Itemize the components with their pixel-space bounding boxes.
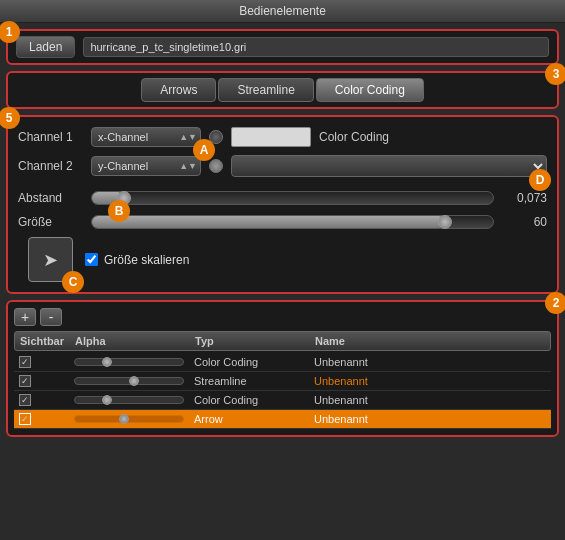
channel1-select-wrapper: x-Channel y-Channel ▲▼ A (91, 127, 201, 147)
row2-name: Unbenannt (314, 375, 546, 387)
label-b: B (108, 200, 130, 222)
color-coding-label: Color Coding (319, 130, 389, 144)
channel2-row: Channel 2 y-Channel x-Channel ▲▼ D (18, 155, 547, 177)
section-controls: 5 Channel 1 x-Channel y-Channel ▲▼ A Col… (6, 115, 559, 294)
row3-name: Unbenannt (314, 394, 546, 406)
section-tabs: 3 Arrows Streamline Color Coding (6, 71, 559, 109)
row2-checkbox[interactable]: ✓ (19, 375, 31, 387)
section-load: 1 Laden (6, 29, 559, 65)
row3-alpha-cell (74, 396, 194, 404)
label-d: D (529, 169, 551, 191)
row2-alpha-slider[interactable] (74, 377, 184, 385)
label-a: A (193, 139, 215, 161)
channel1-label: Channel 1 (18, 130, 83, 144)
row1-name: Unbenannt (314, 356, 546, 368)
channel2-dropdown[interactable] (231, 155, 547, 177)
th-name: Name (315, 335, 545, 347)
groesse-row: Größe 60 (18, 215, 547, 229)
channel2-select-wrapper: y-Channel x-Channel ▲▼ (91, 156, 201, 176)
row1-alpha-slider[interactable] (74, 358, 184, 366)
badge-2: 2 (545, 292, 565, 314)
row1-alpha-thumb[interactable] (102, 357, 112, 367)
abstand-row: Abstand B 0,073 (18, 191, 547, 205)
row4-alpha-cell (74, 415, 194, 423)
groesse-label: Größe (18, 215, 83, 229)
abstand-slider[interactable]: B (91, 191, 494, 205)
table-row[interactable]: ✓ Arrow Unbenannt (14, 410, 551, 429)
groesse-thumb[interactable] (438, 215, 452, 229)
th-typ: Typ (195, 335, 315, 347)
row1-alpha-cell (74, 358, 194, 366)
groesse-slider[interactable] (91, 215, 494, 229)
table-header: Sichtbar Alpha Typ Name (14, 331, 551, 351)
channel2-dot[interactable] (209, 159, 223, 173)
row4-typ: Arrow (194, 413, 314, 425)
table-row: ✓ Color Coding Unbenannt (14, 391, 551, 410)
table-row: ✓ Streamline Unbenannt (14, 372, 551, 391)
row1-typ: Color Coding (194, 356, 314, 368)
load-button[interactable]: Laden (16, 36, 75, 58)
row3-alpha-slider[interactable] (74, 396, 184, 404)
groesse-skalieren-checkbox[interactable] (85, 253, 98, 266)
table-toolbar: + - (14, 308, 551, 326)
row2-alpha-thumb[interactable] (129, 376, 139, 386)
tab-streamline[interactable]: Streamline (218, 78, 313, 102)
row4-alpha-slider[interactable] (74, 415, 184, 423)
row3-alpha-thumb[interactable] (102, 395, 112, 405)
section-table: 2 + - Sichtbar Alpha Typ Name ✓ Color Co… (6, 300, 559, 437)
row3-checkbox[interactable]: ✓ (19, 394, 31, 406)
row3-typ: Color Coding (194, 394, 314, 406)
row1-checkbox[interactable]: ✓ (19, 356, 31, 368)
window-title: Bedienelemente (239, 4, 326, 18)
channel2-dropdown-area: D (231, 155, 547, 177)
main-container: 1 Laden 3 Arrows Streamline Color Coding… (0, 23, 565, 443)
groesse-value: 60 (502, 215, 547, 229)
tab-color-coding[interactable]: Color Coding (316, 78, 424, 102)
th-sichtbar: Sichtbar (20, 335, 75, 347)
row2-alpha-cell (74, 377, 194, 385)
row4-name: Unbenannt (314, 413, 546, 425)
badge-3: 3 (545, 63, 565, 85)
remove-row-button[interactable]: - (40, 308, 62, 326)
badge-5: 5 (0, 107, 20, 129)
groesse-skalieren-checkbox-label: Größe skalieren (85, 253, 189, 267)
channel1-color-box[interactable] (231, 127, 311, 147)
row4-alpha-thumb[interactable] (119, 414, 129, 424)
tab-arrows[interactable]: Arrows (141, 78, 216, 102)
th-alpha: Alpha (75, 335, 195, 347)
row4-checkbox[interactable]: ✓ (19, 413, 31, 425)
preview-box: ➤ C (28, 237, 73, 282)
add-row-button[interactable]: + (14, 308, 36, 326)
table-row: ✓ Color Coding Unbenannt (14, 353, 551, 372)
checkbox-row: ➤ C Größe skalieren (18, 237, 547, 282)
channel1-select[interactable]: x-Channel y-Channel (91, 127, 201, 147)
groesse-skalieren-label: Größe skalieren (104, 253, 189, 267)
channel2-select[interactable]: y-Channel x-Channel (91, 156, 201, 176)
channel2-label: Channel 2 (18, 159, 83, 173)
label-c: C (62, 271, 84, 293)
row2-typ: Streamline (194, 375, 314, 387)
arrow-icon: ➤ (43, 249, 58, 271)
title-bar: Bedienelemente (0, 0, 565, 23)
filename-input[interactable] (83, 37, 549, 57)
abstand-value: 0,073 (502, 191, 547, 205)
channel1-row: Channel 1 x-Channel y-Channel ▲▼ A Color… (18, 127, 547, 147)
abstand-label: Abstand (18, 191, 83, 205)
